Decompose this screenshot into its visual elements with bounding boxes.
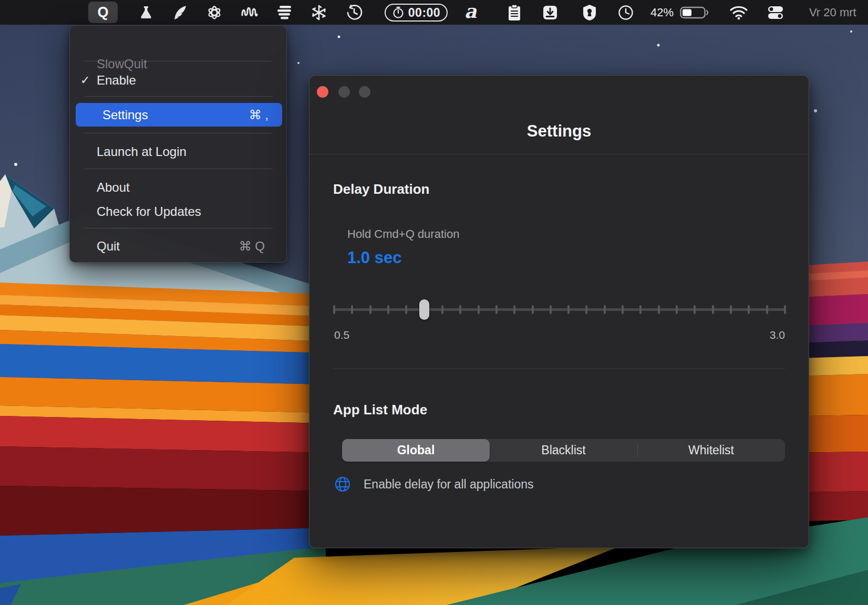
openai-logo-icon (206, 4, 223, 21)
menu-separator (85, 96, 273, 97)
close-button[interactable] (317, 86, 328, 98)
password-manager-menubar-icon[interactable] (582, 0, 597, 25)
control-center-menubar-icon[interactable] (767, 0, 784, 25)
menu-separator (85, 133, 273, 133)
segment-whitelist[interactable]: Whitelist (637, 439, 785, 462)
slider-tick (478, 305, 480, 314)
stopwatch-icon (392, 6, 405, 19)
wifi-menubar-icon[interactable] (729, 0, 748, 25)
menu-item-launch-at-login[interactable]: Launch at Login (70, 143, 286, 160)
mode-description-row: Enable delay for all applications (334, 476, 533, 493)
slider-tick (694, 305, 696, 314)
slowquit-q-icon: Q (97, 4, 108, 20)
delay-value: 1.0 sec (347, 248, 401, 267)
layers-stack-icon (275, 5, 293, 20)
timer-menubar-item[interactable]: 00:00 (385, 4, 448, 22)
pinwheel-icon (311, 4, 327, 21)
slider-tick (532, 305, 534, 314)
flask-menubar-icon[interactable] (138, 0, 154, 25)
segment-global[interactable]: Global (342, 439, 490, 462)
battery-percentage: 42% (650, 0, 674, 25)
clipboard-icon (508, 4, 521, 21)
menu-separator (85, 169, 273, 169)
slider-tick (784, 305, 786, 314)
wifi-icon (729, 5, 748, 20)
download-menubar-icon[interactable] (542, 0, 558, 25)
slider-tick (441, 305, 443, 314)
timer-value: 00:00 (408, 6, 440, 20)
battery-menubar-icon[interactable] (680, 0, 709, 25)
menu-item-settings[interactable]: Settings ⌘ , (76, 103, 282, 127)
slider-tick (639, 305, 642, 314)
globe-icon (334, 476, 351, 493)
menu-item-enable[interactable]: ✓ Enable (70, 72, 286, 89)
menu-app-title: SlowQuit (70, 56, 286, 72)
slider-tick (513, 305, 515, 314)
waveform-menubar-icon[interactable] (241, 0, 259, 25)
download-box-icon (542, 5, 558, 20)
window-title: Settings (309, 122, 809, 141)
slider-tick (567, 305, 570, 314)
slider-tick (387, 305, 389, 314)
openai-menubar-icon[interactable] (206, 0, 223, 25)
delay-duration-heading: Delay Duration (333, 181, 430, 197)
waveform-icon (241, 5, 259, 20)
desktop: Q (0, 0, 868, 605)
keyhole-lock-icon (582, 4, 597, 21)
slider-tick (730, 305, 732, 314)
zoom-button[interactable] (359, 86, 370, 98)
slider-tick (766, 305, 768, 314)
app-list-mode-segmented-control: Global Blacklist Whitelist (342, 439, 785, 462)
hold-duration-label: Hold Cmd+Q duration (347, 227, 459, 241)
script-app-menubar-icon[interactable]: a (464, 0, 477, 25)
settings-shortcut: ⌘ , (249, 108, 268, 122)
slowquit-menubar-icon[interactable]: Q (88, 2, 118, 23)
feather-icon (172, 4, 189, 21)
slider-tick (405, 305, 407, 314)
stack-menubar-icon[interactable] (275, 0, 293, 25)
clock-menubar-icon[interactable] (618, 0, 634, 25)
slider-tick (658, 305, 660, 314)
menu-separator (85, 228, 273, 228)
slowquit-dropdown-menu: SlowQuit ✓ Enable Settings ⌘ , Launch at… (69, 25, 287, 263)
slider-tick (604, 305, 606, 314)
section-divider (333, 369, 785, 369)
slider-tick (369, 305, 371, 314)
menu-item-quit[interactable]: Quit ⌘ Q (70, 238, 286, 255)
menu-item-about[interactable]: About (70, 179, 286, 196)
segment-divider (637, 444, 638, 457)
minimize-button[interactable] (338, 86, 350, 98)
time-machine-menubar-icon[interactable] (346, 0, 363, 25)
mode-description: Enable delay for all applications (364, 477, 533, 492)
control-center-icon (767, 6, 784, 19)
slider-tick (351, 305, 353, 314)
feather-menubar-icon[interactable] (172, 0, 189, 25)
battery-icon (680, 6, 709, 19)
slider-tick (550, 305, 552, 314)
clock-icon (618, 5, 634, 20)
pinwheel-menubar-icon[interactable] (311, 0, 327, 25)
menu-item-check-for-updates[interactable]: Check for Updates (70, 203, 286, 220)
slider-max-label: 3.0 (334, 329, 785, 341)
slider-tick (622, 305, 624, 314)
slider-tick (495, 305, 498, 314)
flask-icon (138, 5, 154, 20)
slider-track[interactable] (334, 308, 785, 311)
settings-window: Settings Delay Duration Hold Cmd+Q durat… (309, 75, 809, 548)
cursive-a-icon: a (464, 0, 477, 22)
slider-tick (333, 305, 335, 314)
delay-duration-slider[interactable] (334, 296, 785, 322)
menu-bar: Q (0, 0, 868, 25)
menubar-date[interactable]: Vr 20 mrt (809, 0, 856, 25)
checkmark-icon: ✓ (80, 74, 90, 87)
segment-blacklist[interactable]: Blacklist (490, 439, 637, 462)
slider-tick (459, 305, 461, 314)
slider-tick (712, 305, 714, 314)
titlebar-divider (309, 154, 809, 154)
slider-thumb[interactable] (419, 299, 429, 320)
slider-tick (585, 305, 587, 314)
slider-tick (748, 305, 750, 314)
quit-shortcut: ⌘ Q (239, 239, 265, 254)
slider-tick (676, 305, 678, 314)
clipboard-menubar-icon[interactable] (508, 0, 521, 25)
